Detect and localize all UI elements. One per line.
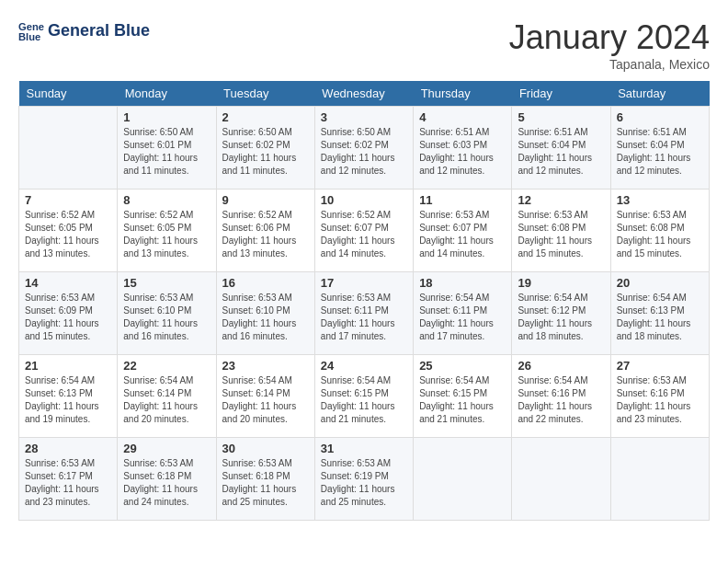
- calendar-cell: 8Sunrise: 6:52 AMSunset: 6:05 PMDaylight…: [118, 190, 216, 272]
- weekday-header: Tuesday: [216, 81, 314, 107]
- day-number: 12: [518, 193, 604, 207]
- day-info: Sunrise: 6:52 AMSunset: 6:05 PMDaylight:…: [123, 209, 210, 260]
- day-number: 15: [123, 276, 210, 290]
- day-number: 21: [25, 359, 111, 373]
- day-info: Sunrise: 6:54 AMSunset: 6:11 PMDaylight:…: [419, 292, 506, 343]
- calendar-cell: 5Sunrise: 6:51 AMSunset: 6:04 PMDaylight…: [512, 107, 610, 190]
- day-number: 8: [123, 193, 210, 207]
- calendar-cell: 6Sunrise: 6:51 AMSunset: 6:04 PMDaylight…: [610, 107, 709, 190]
- day-info: Sunrise: 6:54 AMSunset: 6:14 PMDaylight:…: [222, 374, 309, 426]
- day-info: Sunrise: 6:54 AMSunset: 6:15 PMDaylight:…: [419, 374, 506, 426]
- day-number: 6: [617, 110, 703, 124]
- calendar-cell: 9Sunrise: 6:52 AMSunset: 6:06 PMDaylight…: [216, 190, 314, 272]
- day-number: 1: [123, 110, 210, 124]
- calendar-cell: 13Sunrise: 6:53 AMSunset: 6:08 PMDayligh…: [610, 190, 709, 272]
- logo: General Blue General Blue: [18, 18, 150, 44]
- calendar-cell: 14Sunrise: 6:53 AMSunset: 6:09 PMDayligh…: [19, 272, 118, 355]
- day-info: Sunrise: 6:53 AMSunset: 6:17 PMDaylight:…: [25, 457, 111, 509]
- day-info: Sunrise: 6:52 AMSunset: 6:05 PMDaylight:…: [25, 209, 111, 260]
- calendar-cell: 10Sunrise: 6:52 AMSunset: 6:07 PMDayligh…: [314, 190, 413, 272]
- calendar-cell: 29Sunrise: 6:53 AMSunset: 6:18 PMDayligh…: [118, 438, 216, 521]
- day-number: 3: [321, 110, 407, 124]
- calendar-cell: 16Sunrise: 6:53 AMSunset: 6:10 PMDayligh…: [216, 272, 314, 355]
- day-number: 17: [321, 276, 407, 290]
- day-number: 29: [123, 442, 210, 455]
- day-number: 20: [617, 276, 703, 290]
- weekday-header: Sunday: [19, 81, 118, 107]
- day-number: 26: [518, 359, 604, 373]
- day-info: Sunrise: 6:53 AMSunset: 6:11 PMDaylight:…: [321, 292, 407, 343]
- weekday-header: Thursday: [414, 81, 512, 107]
- calendar-cell: 31Sunrise: 6:53 AMSunset: 6:19 PMDayligh…: [314, 438, 413, 521]
- day-number: 4: [419, 110, 506, 124]
- calendar-week: 7Sunrise: 6:52 AMSunset: 6:05 PMDaylight…: [19, 190, 710, 272]
- day-info: Sunrise: 6:53 AMSunset: 6:07 PMDaylight:…: [419, 209, 506, 260]
- day-number: 19: [518, 276, 604, 290]
- weekday-header: Monday: [118, 81, 216, 107]
- day-number: 7: [25, 193, 111, 207]
- logo-text: General Blue: [48, 22, 150, 40]
- day-info: Sunrise: 6:51 AMSunset: 6:04 PMDaylight:…: [518, 126, 604, 178]
- day-info: Sunrise: 6:54 AMSunset: 6:13 PMDaylight:…: [617, 292, 703, 343]
- day-number: 25: [419, 359, 506, 373]
- day-number: 9: [222, 193, 309, 207]
- calendar-cell: [414, 438, 512, 521]
- day-number: 22: [123, 359, 210, 373]
- day-number: 11: [419, 193, 506, 207]
- day-info: Sunrise: 6:50 AMSunset: 6:02 PMDaylight:…: [222, 126, 309, 178]
- calendar-week: 21Sunrise: 6:54 AMSunset: 6:13 PMDayligh…: [19, 355, 710, 438]
- day-number: 30: [222, 442, 309, 455]
- weekday-header: Friday: [512, 81, 610, 107]
- day-info: Sunrise: 6:53 AMSunset: 6:09 PMDaylight:…: [25, 292, 111, 343]
- page-header: General Blue General Blue January 2024 T…: [18, 18, 710, 72]
- day-info: Sunrise: 6:54 AMSunset: 6:12 PMDaylight:…: [518, 292, 604, 343]
- day-info: Sunrise: 6:52 AMSunset: 6:06 PMDaylight:…: [222, 209, 309, 260]
- day-info: Sunrise: 6:53 AMSunset: 6:10 PMDaylight:…: [123, 292, 210, 343]
- calendar-table: SundayMondayTuesdayWednesdayThursdayFrid…: [18, 81, 710, 521]
- day-info: Sunrise: 6:53 AMSunset: 6:10 PMDaylight:…: [222, 292, 309, 343]
- title-area: January 2024 Tapanala, Mexico: [509, 18, 710, 72]
- day-info: Sunrise: 6:53 AMSunset: 6:18 PMDaylight:…: [222, 457, 309, 509]
- day-number: 2: [222, 110, 309, 124]
- logo-icon: General Blue: [18, 18, 44, 44]
- day-info: Sunrise: 6:54 AMSunset: 6:16 PMDaylight:…: [518, 374, 604, 426]
- calendar-cell: [512, 438, 610, 521]
- day-info: Sunrise: 6:53 AMSunset: 6:08 PMDaylight:…: [617, 209, 703, 260]
- location: Tapanala, Mexico: [509, 57, 710, 72]
- svg-text:General: General: [18, 21, 44, 32]
- weekday-row: SundayMondayTuesdayWednesdayThursdayFrid…: [19, 81, 710, 107]
- day-number: 24: [321, 359, 407, 373]
- calendar-cell: 27Sunrise: 6:53 AMSunset: 6:16 PMDayligh…: [610, 355, 709, 438]
- calendar-cell: [610, 438, 709, 521]
- day-number: 14: [25, 276, 111, 290]
- calendar-cell: 2Sunrise: 6:50 AMSunset: 6:02 PMDaylight…: [216, 107, 314, 190]
- calendar-week: 14Sunrise: 6:53 AMSunset: 6:09 PMDayligh…: [19, 272, 710, 355]
- calendar-cell: 15Sunrise: 6:53 AMSunset: 6:10 PMDayligh…: [118, 272, 216, 355]
- calendar-cell: 19Sunrise: 6:54 AMSunset: 6:12 PMDayligh…: [512, 272, 610, 355]
- day-number: 16: [222, 276, 309, 290]
- day-number: 5: [518, 110, 604, 124]
- calendar-cell: 21Sunrise: 6:54 AMSunset: 6:13 PMDayligh…: [19, 355, 118, 438]
- calendar-cell: 4Sunrise: 6:51 AMSunset: 6:03 PMDaylight…: [414, 107, 512, 190]
- calendar-body: 1Sunrise: 6:50 AMSunset: 6:01 PMDaylight…: [19, 107, 710, 521]
- calendar-week: 1Sunrise: 6:50 AMSunset: 6:01 PMDaylight…: [19, 107, 710, 190]
- day-number: 18: [419, 276, 506, 290]
- calendar-week: 28Sunrise: 6:53 AMSunset: 6:17 PMDayligh…: [19, 438, 710, 521]
- day-number: 10: [321, 193, 407, 207]
- calendar-cell: 23Sunrise: 6:54 AMSunset: 6:14 PMDayligh…: [216, 355, 314, 438]
- calendar-cell: 1Sunrise: 6:50 AMSunset: 6:01 PMDaylight…: [118, 107, 216, 190]
- calendar-cell: 25Sunrise: 6:54 AMSunset: 6:15 PMDayligh…: [414, 355, 512, 438]
- calendar-cell: 24Sunrise: 6:54 AMSunset: 6:15 PMDayligh…: [314, 355, 413, 438]
- day-info: Sunrise: 6:51 AMSunset: 6:03 PMDaylight:…: [419, 126, 506, 178]
- day-info: Sunrise: 6:53 AMSunset: 6:18 PMDaylight:…: [123, 457, 210, 509]
- calendar-header: SundayMondayTuesdayWednesdayThursdayFrid…: [19, 81, 710, 107]
- day-number: 13: [617, 193, 703, 207]
- calendar-cell: 26Sunrise: 6:54 AMSunset: 6:16 PMDayligh…: [512, 355, 610, 438]
- day-info: Sunrise: 6:50 AMSunset: 6:01 PMDaylight:…: [123, 126, 210, 178]
- calendar-cell: 30Sunrise: 6:53 AMSunset: 6:18 PMDayligh…: [216, 438, 314, 521]
- calendar-cell: 11Sunrise: 6:53 AMSunset: 6:07 PMDayligh…: [414, 190, 512, 272]
- calendar-cell: 22Sunrise: 6:54 AMSunset: 6:14 PMDayligh…: [118, 355, 216, 438]
- day-info: Sunrise: 6:53 AMSunset: 6:19 PMDaylight:…: [321, 457, 407, 509]
- day-info: Sunrise: 6:53 AMSunset: 6:08 PMDaylight:…: [518, 209, 604, 260]
- weekday-header: Wednesday: [314, 81, 413, 107]
